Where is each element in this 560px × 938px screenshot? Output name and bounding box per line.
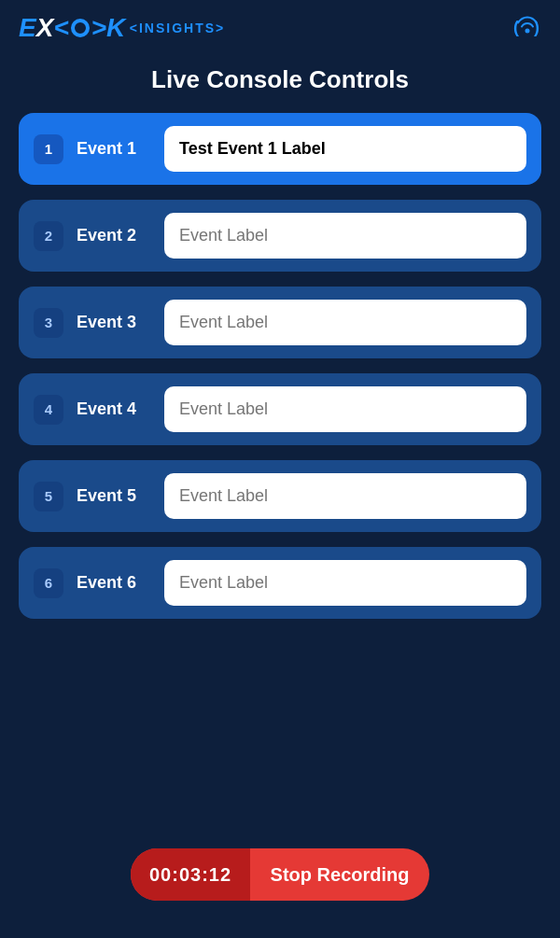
event-label-4: Event 4 xyxy=(77,399,151,419)
event-input-4[interactable] xyxy=(164,386,526,432)
logo-insights-bracket-right: > xyxy=(216,21,225,35)
logo-insights-text: INSIGHTS xyxy=(139,21,216,35)
logo-text: E X < > K < INSIGHTS > xyxy=(19,13,225,43)
stop-recording-button[interactable]: Stop Recording xyxy=(250,864,429,886)
event-label-6: Event 6 xyxy=(77,573,151,593)
event-label-1: Event 1 xyxy=(77,139,151,159)
event-number-1: 1 xyxy=(34,134,63,164)
event-label-5: Event 5 xyxy=(77,486,151,506)
event-label-2: Event 2 xyxy=(77,226,151,245)
event-card-2[interactable]: 2Event 2 xyxy=(19,200,541,272)
recording-bar[interactable]: 00:03:12 Stop Recording xyxy=(131,848,429,901)
logo-bracket-right: > xyxy=(91,13,106,43)
event-number-3: 3 xyxy=(34,308,63,338)
event-number-4: 4 xyxy=(34,395,63,425)
logo: E X < > K < INSIGHTS > xyxy=(19,13,225,43)
logo-bracket-left: < xyxy=(53,13,68,43)
logo-e: E xyxy=(19,13,36,43)
event-card-4[interactable]: 4Event 4 xyxy=(19,373,541,445)
event-number-6: 6 xyxy=(34,568,63,598)
svg-text:): ) xyxy=(534,18,539,36)
event-card-1[interactable]: 1Event 1 xyxy=(19,113,541,185)
event-number-2: 2 xyxy=(34,221,63,251)
event-input-6[interactable] xyxy=(164,560,526,606)
event-input-2[interactable] xyxy=(164,213,526,259)
svg-text:(: ( xyxy=(513,18,519,36)
event-input-5[interactable] xyxy=(164,473,526,519)
event-input-1[interactable] xyxy=(164,126,526,172)
recording-timer: 00:03:12 xyxy=(131,848,250,901)
logo-x: X xyxy=(36,13,54,43)
header: E X < > K < INSIGHTS > ( ) xyxy=(0,0,560,56)
page-title: Live Console Controls xyxy=(0,65,560,94)
event-card-6[interactable]: 6Event 6 xyxy=(19,547,541,619)
logo-insights-bracket-left: < xyxy=(130,21,139,35)
events-container: 1Event 12Event 23Event 34Event 45Event 5… xyxy=(0,113,560,619)
wifi-icon: ( ) xyxy=(513,14,541,42)
event-label-3: Event 3 xyxy=(77,313,151,332)
logo-o-circle xyxy=(71,19,90,37)
svg-point-0 xyxy=(525,29,530,34)
event-card-5[interactable]: 5Event 5 xyxy=(19,460,541,532)
event-card-3[interactable]: 3Event 3 xyxy=(19,287,541,358)
logo-k: K xyxy=(106,13,125,43)
event-input-3[interactable] xyxy=(164,300,526,345)
event-number-5: 5 xyxy=(34,482,63,511)
